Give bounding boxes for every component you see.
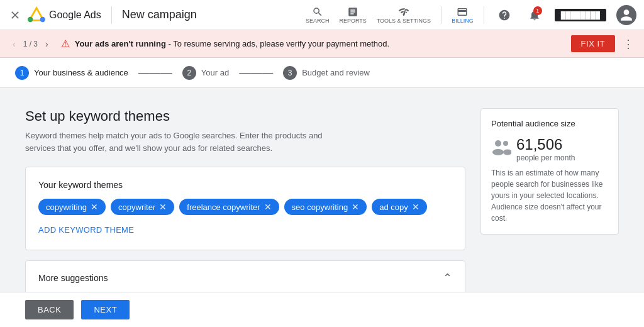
fix-it-button[interactable]: FIX IT (571, 35, 615, 52)
close-button[interactable] (8, 8, 23, 23)
keyword-chip-label: ad copy (379, 202, 408, 212)
collapse-button[interactable]: ⌃ (443, 271, 452, 285)
keyword-chip-label: freelance copywriter (187, 202, 260, 212)
audience-description: This is an estimate of how many people s… (491, 167, 608, 224)
keyword-chip-label: seo copywriting (292, 202, 348, 212)
nav-divider (111, 6, 112, 24)
app-logo: Google Ads (28, 6, 101, 24)
main-content: Set up keyword themes Keyword themes hel… (0, 88, 644, 327)
prev-arrow[interactable]: ‹ (10, 38, 18, 50)
alert-icon: ⚠ (61, 38, 70, 50)
keyword-themes-box: Your keyword themes copywriting✕copywrit… (25, 167, 465, 250)
tools-nav-button[interactable]: TOOLS & SETTINGS (377, 6, 431, 24)
keyword-chip-remove[interactable]: ✕ (264, 202, 272, 212)
page-indicator: 1 / 3 (23, 40, 38, 48)
keyword-chip-remove[interactable]: ✕ (91, 202, 98, 212)
step-2-number: 2 (182, 66, 196, 80)
keyword-chip-label: copywriter (118, 202, 155, 212)
svg-point-4 (492, 149, 504, 155)
step-3-label: Budget and review (302, 68, 370, 77)
next-arrow[interactable]: › (43, 38, 51, 50)
back-button[interactable]: BACK (25, 300, 74, 319)
step-arrow-1: ——— (138, 66, 172, 79)
svg-point-3 (495, 140, 501, 147)
keyword-chip: copywriting✕ (38, 199, 106, 215)
step-1: 1 Your business & audience (15, 66, 128, 80)
alert-bar: ‹ 1 / 3 › ⚠ Your ads aren't running - To… (0, 30, 644, 58)
audience-count: 61,506 (516, 136, 575, 153)
bottom-bar: BACK NEXT (0, 292, 644, 327)
nav-vertical-divider (441, 6, 441, 24)
notifications-button[interactable]: 1 (525, 5, 545, 25)
page-description: Keyword themes help match your ads to Go… (25, 130, 352, 154)
suggestions-header: More suggestions ⌃ (38, 271, 452, 285)
keyword-chip-remove[interactable]: ✕ (352, 202, 359, 212)
campaign-title: New campaign (122, 8, 197, 21)
help-button[interactable] (494, 5, 514, 25)
add-keyword-button[interactable]: ADD KEYWORD THEME (38, 223, 134, 237)
suggestions-title: More suggestions (38, 273, 108, 283)
next-button[interactable]: NEXT (81, 300, 130, 319)
user-avatar[interactable] (616, 5, 636, 25)
pagination-arrows: ‹ 1 / 3 › (10, 38, 51, 50)
people-icon (491, 138, 511, 160)
keyword-chips: copywriting✕copywriter✕freelance copywri… (38, 199, 452, 215)
nav-icons: SEARCH REPORTS TOOLS & SETTINGS BILLING … (306, 5, 636, 25)
billing-nav-button[interactable]: BILLING (452, 6, 474, 24)
step-3-number: 3 (283, 66, 297, 80)
svg-point-5 (503, 141, 508, 146)
keyword-box-title: Your keyword themes (38, 180, 452, 190)
keyword-chip: ad copy✕ (372, 199, 427, 215)
keyword-chip-remove[interactable]: ✕ (412, 202, 419, 212)
audience-card-title: Potential audience size (491, 119, 608, 128)
steps-bar: 1 Your business & audience ——— 2 Your ad… (0, 58, 644, 88)
step-2-label: Your ad (201, 68, 229, 77)
step-1-label: Your business & audience (34, 68, 128, 77)
step-2: 2 Your ad (182, 66, 229, 80)
step-1-number: 1 (15, 66, 29, 80)
kebab-menu-button[interactable]: ⋮ (623, 37, 634, 51)
top-nav: Google Ads New campaign SEARCH REPORTS T… (0, 0, 644, 30)
notification-badge: 1 (533, 6, 542, 15)
audience-sub-label: people per month (516, 153, 575, 162)
keyword-chip: copywriter✕ (111, 199, 174, 215)
keyword-chip: seo copywriting✕ (284, 199, 367, 215)
svg-point-1 (40, 16, 45, 21)
account-selector[interactable]: ████████ (555, 9, 606, 21)
keyword-chip: freelance copywriter✕ (179, 199, 279, 215)
search-nav-button[interactable]: SEARCH (306, 6, 330, 24)
reports-nav-button[interactable]: REPORTS (339, 6, 366, 24)
keyword-chip-label: copywriting (46, 202, 87, 212)
audience-card: Potential audience size 61,506 people pe… (480, 108, 619, 235)
step-3: 3 Budget and review (283, 66, 370, 80)
step-arrow-2: ——— (239, 66, 273, 79)
svg-point-6 (503, 149, 511, 155)
alert-text: Your ads aren't running - To resume serv… (75, 39, 566, 48)
nav-vertical-divider2 (484, 6, 484, 24)
keyword-chip-remove[interactable]: ✕ (159, 202, 167, 212)
page-body: Set up keyword themes Keyword themes hel… (0, 88, 644, 327)
audience-count-row: 61,506 people per month (491, 136, 608, 162)
svg-point-2 (28, 16, 33, 21)
page-heading: Set up keyword themes (25, 108, 465, 125)
